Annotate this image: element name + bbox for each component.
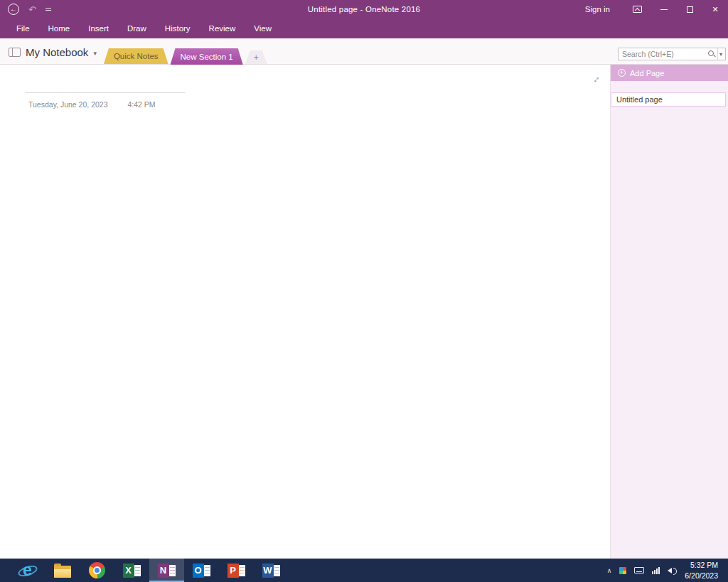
internet-explorer-icon: e	[18, 562, 37, 579]
network-icon[interactable]	[652, 567, 660, 574]
hidden-icons-chevron-icon[interactable]: ∧	[607, 567, 612, 574]
ribbon-tab-bar: File Home Insert Draw History Review Vie…	[0, 18, 728, 38]
add-section-button[interactable]: +	[245, 50, 267, 64]
tab-home[interactable]: Home	[39, 18, 80, 38]
tab-insert[interactable]: Insert	[79, 18, 118, 38]
undo-icon: ↶	[28, 4, 36, 15]
onenote-window: ← ↶ Untitled page - OneNote 2016 Sign in…	[0, 0, 728, 582]
search-input[interactable]	[619, 50, 707, 58]
search-scope-dropdown[interactable]: ▾	[717, 48, 725, 60]
notebook-bar: My Notebook ▾ Quick Notes New Section 1 …	[0, 38, 728, 65]
taskbar-apps: e X N	[10, 559, 289, 582]
file-explorer-icon	[54, 566, 71, 578]
volume-icon[interactable]	[668, 566, 677, 575]
page-title-input[interactable]	[25, 83, 185, 93]
notebook-icon	[9, 48, 21, 57]
clock-date: 6/20/2023	[685, 571, 718, 581]
plus-icon: +	[618, 69, 626, 77]
page-list-item-untitled[interactable]: Untitled page	[611, 92, 726, 107]
word-icon: W	[262, 563, 281, 578]
tray-app-icon[interactable]	[619, 567, 626, 574]
page-date-time: Tuesday, June 20, 2023 4:42 PM	[28, 100, 156, 109]
taskbar-file-explorer-button[interactable]	[45, 559, 80, 582]
close-icon: ✕	[712, 5, 718, 14]
taskbar-powerpoint-button[interactable]: P	[219, 559, 254, 582]
ribbon-display-options-button[interactable]	[623, 0, 651, 18]
minimize-icon	[660, 9, 668, 10]
sign-in-button[interactable]: Sign in	[572, 5, 623, 14]
content-area: ↔ Tuesday, June 20, 2023 4:42 PM + Add P…	[0, 65, 728, 559]
ribbon-display-options-icon	[633, 6, 642, 13]
page-list-sidebar: + Add Page Untitled page	[610, 65, 728, 559]
excel-icon: X	[123, 563, 141, 578]
back-arrow-icon: ←	[10, 6, 17, 13]
titlebar: ← ↶ Untitled page - OneNote 2016 Sign in…	[0, 0, 728, 18]
close-button[interactable]: ✕	[702, 0, 728, 18]
page-time: 4:42 PM	[128, 100, 156, 109]
add-page-label: Add Page	[630, 69, 664, 77]
onenote-icon: N	[158, 563, 176, 578]
section-tabs: Quick Notes New Section 1 +	[104, 48, 269, 64]
notebook-dropdown[interactable]: My Notebook ▾	[0, 46, 100, 64]
add-page-button[interactable]: + Add Page	[611, 65, 728, 81]
notebook-name: My Notebook	[26, 46, 88, 58]
page-date: Tuesday, June 20, 2023	[28, 100, 108, 109]
tab-view[interactable]: View	[245, 18, 281, 38]
taskbar-outlook-button[interactable]: O	[184, 559, 219, 582]
taskbar-word-button[interactable]: W	[254, 559, 289, 582]
chevron-down-icon: ▾	[93, 50, 97, 57]
taskbar-internet-explorer-button[interactable]: e	[10, 559, 45, 582]
back-button[interactable]: ←	[8, 4, 19, 15]
taskbar-clock[interactable]: 5:32 PM 6/20/2023	[685, 560, 722, 580]
maximize-icon	[687, 6, 693, 13]
clock-time: 5:32 PM	[685, 560, 718, 570]
section-tab-new-section-1[interactable]: New Section 1	[171, 48, 243, 65]
page-list: Untitled page	[611, 92, 728, 107]
tab-draw[interactable]: Draw	[118, 18, 156, 38]
taskbar-onenote-button[interactable]: N	[149, 559, 184, 582]
customize-quick-access-toolbar-icon[interactable]	[46, 8, 51, 11]
tab-review[interactable]: Review	[200, 18, 245, 38]
taskbar: e X N	[0, 559, 728, 582]
chrome-icon	[89, 562, 105, 578]
section-tab-quick-notes[interactable]: Quick Notes	[104, 48, 168, 64]
tab-file[interactable]: File	[7, 18, 39, 38]
outlook-icon: O	[193, 563, 211, 578]
minimize-button[interactable]	[651, 0, 677, 18]
full-page-view-icon[interactable]: ↔	[589, 72, 603, 86]
search-box: ▾	[618, 48, 726, 60]
taskbar-excel-button[interactable]: X	[114, 559, 149, 582]
undo-button[interactable]: ↶	[28, 5, 36, 14]
powerpoint-icon: P	[228, 563, 246, 578]
taskbar-chrome-button[interactable]	[80, 559, 114, 582]
page-canvas[interactable]: ↔ Tuesday, June 20, 2023 4:42 PM	[0, 65, 610, 559]
system-tray: ∧ 5:32 PM 6/20/2023	[607, 560, 728, 580]
search-icon[interactable]	[707, 50, 716, 58]
maximize-button[interactable]	[677, 0, 702, 18]
touch-keyboard-icon[interactable]	[634, 567, 644, 573]
tab-history[interactable]: History	[156, 18, 200, 38]
chevron-down-icon: ▾	[719, 51, 722, 58]
